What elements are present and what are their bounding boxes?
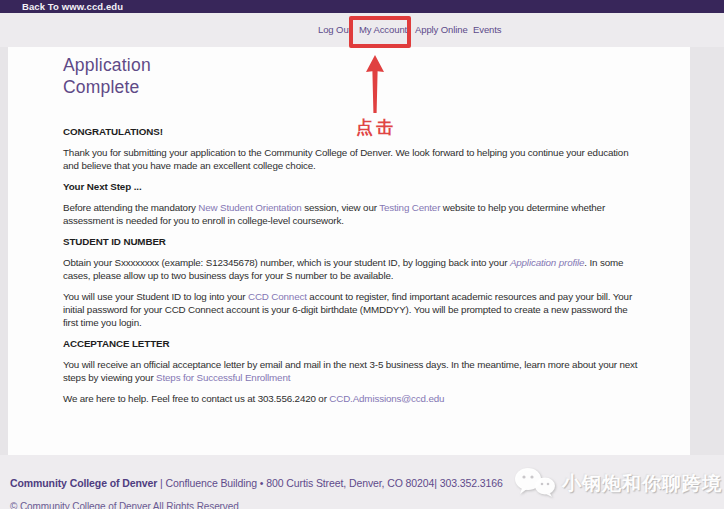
page-title-line1: Application xyxy=(63,54,151,76)
back-to-ccd-link[interactable]: Back To www.ccd.edu xyxy=(22,0,123,13)
section-heading: Your Next Step ... xyxy=(63,180,641,193)
text-segment: You will receive an official acceptance … xyxy=(63,359,637,383)
paragraph: You will receive an official acceptance … xyxy=(63,358,641,384)
watermark-text: 小钢炮和你聊跨境 xyxy=(562,471,722,497)
section-heading: STUDENT ID NUMBER xyxy=(63,235,641,248)
text-segment: Obtain your Sxxxxxxxx (example: S1234567… xyxy=(63,257,510,268)
footer-copyright: © Community College of Denver All Rights… xyxy=(10,501,239,509)
inline-link[interactable]: CCD Connect xyxy=(248,291,307,302)
footer-address: Community College of Denver | Confluence… xyxy=(10,477,503,489)
my-account-highlight-box xyxy=(349,16,411,48)
paragraph: Obtain your Sxxxxxxxx (example: S1234567… xyxy=(63,256,641,282)
watermark: 小钢炮和你聊跨境 xyxy=(514,466,722,502)
content-blocks: CONGRATULATIONS!Thank you for submitting… xyxy=(63,125,641,413)
wechat-logo-icon xyxy=(514,466,556,502)
nav-events[interactable]: Events xyxy=(473,13,501,47)
inline-link[interactable]: Testing Center xyxy=(379,202,440,213)
text-segment: We are here to help. Feel free to contac… xyxy=(63,393,329,404)
text-segment: Before attending the mandatory xyxy=(63,202,198,213)
paragraph: We are here to help. Feel free to contac… xyxy=(63,392,641,405)
paragraph: You will use your Student ID to log into… xyxy=(63,290,641,329)
footer-address-rest: | Confluence Building • 800 Curtis Stree… xyxy=(157,477,503,489)
page-title-line2: Complete xyxy=(63,76,151,98)
nav-log-out[interactable]: Log Out xyxy=(318,13,351,47)
text-segment: You will use your Student ID to log into… xyxy=(63,291,248,302)
text-segment: Thank you for submitting your applicatio… xyxy=(63,147,628,171)
section-heading: ACCEPTANCE LETTER xyxy=(63,337,641,350)
page-title: Application Complete xyxy=(63,54,151,98)
inline-link[interactable]: Steps for Successful Enrollment xyxy=(156,372,290,383)
inline-link[interactable]: New Student Orientation xyxy=(198,202,301,213)
top-bar: Back To www.ccd.edu xyxy=(0,0,724,13)
footer-college-name-link[interactable]: Community College of Denver xyxy=(10,477,157,489)
paragraph: Before attending the mandatory New Stude… xyxy=(63,201,641,227)
nav-apply-online[interactable]: Apply Online xyxy=(415,13,468,47)
inline-link[interactable]: CCD.Admissions@ccd.edu xyxy=(329,393,444,404)
text-segment: session, view our xyxy=(302,202,380,213)
screen: Back To www.ccd.edu Log Out My Account A… xyxy=(0,0,724,509)
inline-link[interactable]: Application profile xyxy=(510,257,584,268)
arrow-up-icon xyxy=(363,55,387,113)
paragraph: Thank you for submitting your applicatio… xyxy=(63,146,641,172)
section-heading: CONGRATULATIONS! xyxy=(63,125,641,138)
